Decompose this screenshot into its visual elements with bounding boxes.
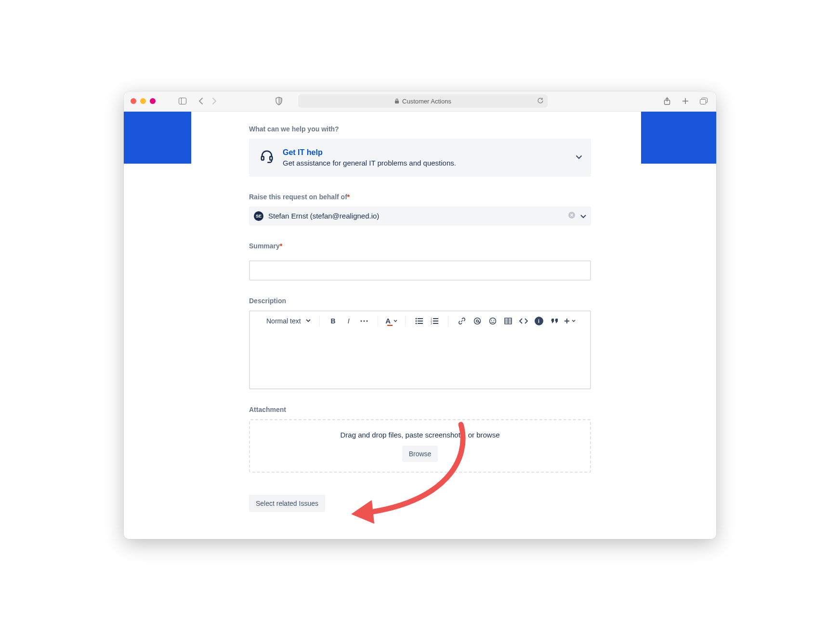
svg-point-24 [474,318,480,324]
description-editor-body[interactable] [250,331,590,388]
dots-icon [360,320,368,322]
traffic-lights [131,98,156,104]
bullet-list-icon [415,318,423,324]
share-button[interactable] [661,95,673,107]
link-button[interactable] [455,314,469,328]
clear-icon [568,211,576,219]
chevron-down-icon [576,153,582,162]
code-icon [519,318,528,324]
svg-rect-21 [433,321,438,321]
emoji-button[interactable] [486,314,499,328]
svg-point-25 [476,320,478,322]
clear-user-button[interactable] [568,211,576,221]
close-window-button[interactable] [131,98,136,104]
emoji-icon [489,317,497,325]
svg-rect-13 [418,318,423,319]
form-card: What can we help you with? Get IT help G… [249,112,591,512]
bold-button[interactable]: B [327,314,340,328]
browse-button[interactable]: Browse [402,446,438,462]
editor-toolbar: Normal text B I [250,311,590,331]
sidebar-icon [179,98,186,104]
behalf-user-select[interactable]: SE Stefan Ernst (stefan@realigned.io) [249,206,591,226]
table-icon [504,318,512,324]
svg-point-9 [360,320,362,321]
chevron-down-icon [572,320,576,322]
attachment-dropzone[interactable]: Drag and drop files, paste screenshots, … [249,419,591,473]
request-type-description: Get assistance for general IT problems a… [283,159,456,167]
headset-icon [260,149,274,166]
new-tab-button[interactable] [680,95,691,107]
text-style-dropdown[interactable]: Normal text [263,314,314,328]
svg-point-26 [489,318,496,324]
forward-button[interactable] [209,95,220,107]
tabs-button[interactable] [698,95,709,107]
address-title: Customer Actions [402,98,451,105]
table-button[interactable] [501,314,515,328]
bullet-list-button[interactable] [412,314,426,328]
link-icon [458,317,466,325]
chevron-right-icon [212,98,217,104]
privacy-report-button[interactable] [268,97,289,105]
code-button[interactable] [517,314,530,328]
browser-window: Customer Actions What can we help y [124,91,716,539]
numbered-list-icon: 123 [431,318,438,324]
quote-button[interactable] [548,314,561,328]
svg-point-27 [491,320,492,321]
shield-icon [275,97,283,105]
chevron-left-icon [198,98,203,104]
mention-button[interactable] [471,314,484,328]
request-type-title: Get IT help [283,148,456,157]
text-color-button[interactable]: A [385,314,398,328]
back-button[interactable] [195,95,207,107]
svg-rect-29 [505,318,512,324]
numbered-list-button[interactable]: 123 [428,314,441,328]
more-formatting-button[interactable] [357,314,371,328]
chevron-down-icon [394,320,397,322]
chevron-down-icon [580,212,586,220]
svg-rect-2 [395,101,399,103]
avatar: SE [254,211,263,221]
svg-point-16 [415,322,417,324]
info-icon: i [535,317,543,325]
help-label: What can we help you with? [249,125,591,133]
summary-label: Summary* [249,242,591,250]
browser-chrome: Customer Actions [124,91,716,112]
zoom-window-button[interactable] [150,98,156,104]
chevron-down-icon [306,319,311,322]
behalf-user-display: Stefan Ernst (stefan@realigned.io) [268,212,379,220]
svg-rect-23 [433,323,438,324]
behalf-label: Raise this request on behalf of* [249,193,591,201]
share-icon [664,97,670,105]
svg-text:1: 1 [431,318,432,320]
select-related-issues-button[interactable]: Select related Issues [249,495,325,512]
svg-rect-7 [270,156,272,160]
svg-rect-19 [433,318,438,319]
svg-text:3: 3 [431,322,432,324]
address-bar[interactable]: Customer Actions [298,94,548,108]
sidebar-toggle-button[interactable] [177,95,188,107]
reload-icon [537,97,544,104]
plus-icon [682,98,689,104]
svg-rect-6 [262,156,264,160]
attachment-hint: Drag and drop files, paste screenshots, … [255,431,585,439]
rich-text-editor: Normal text B I [249,310,591,389]
svg-rect-0 [179,98,186,104]
tabs-icon [700,98,708,104]
plus-icon [564,318,570,324]
minimize-window-button[interactable] [140,98,146,104]
page-viewport: What can we help you with? Get IT help G… [124,112,716,539]
reload-button[interactable] [537,97,544,105]
svg-point-10 [363,320,365,321]
quote-icon [551,318,558,324]
lock-icon [394,98,399,104]
request-type-selector[interactable]: Get IT help Get assistance for general I… [249,139,591,177]
italic-button[interactable]: I [342,314,355,328]
summary-input[interactable] [249,260,591,281]
svg-rect-15 [418,321,423,321]
svg-rect-17 [418,323,423,324]
insert-more-button[interactable] [563,314,577,328]
info-panel-button[interactable]: i [532,314,546,328]
at-icon [473,317,481,325]
description-label: Description [249,297,591,305]
svg-point-14 [415,320,417,321]
